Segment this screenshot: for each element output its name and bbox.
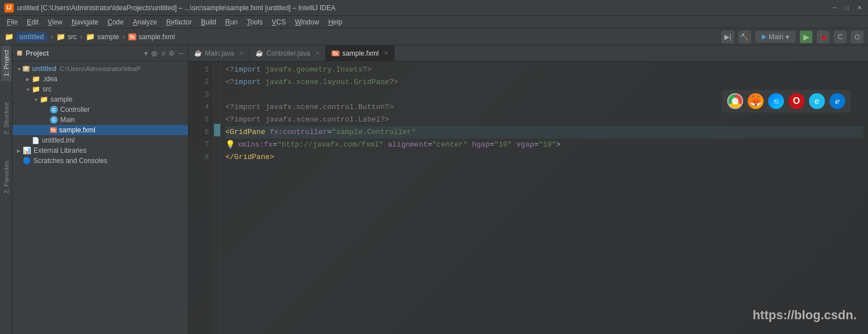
window-title: untitled [C:\Users\Administrator\IdeaPro…: [17, 4, 831, 12]
menu-view[interactable]: View: [43, 17, 67, 27]
tag-gridpane-close: </GridPane>: [225, 151, 274, 164]
attr-eq-1: =: [327, 126, 332, 139]
tab-main-java[interactable]: ☕ Main.java ✕: [188, 45, 250, 61]
browser-icons-panel: 🦊 ⎋ O e ℯ: [722, 90, 851, 112]
side-tab-favorites[interactable]: 2: Favorites: [1, 156, 11, 198]
menu-vcs[interactable]: VCS: [267, 17, 291, 27]
sample-folder-icon-tree: 📁: [40, 95, 48, 103]
project-sync-icon[interactable]: ⊕: [151, 49, 158, 58]
pi-value-4: javafx.scene.control.Button: [261, 101, 384, 114]
run-to-cursor-button[interactable]: ▶|: [722, 31, 734, 43]
editor-tab-bar: ☕ Main.java ✕ ☕ Controller.java ✕ fx sam…: [188, 45, 868, 61]
menu-build[interactable]: Build: [196, 17, 221, 27]
minimize-button[interactable]: ─: [831, 4, 838, 12]
run-config-dropdown-icon: ▾: [786, 33, 789, 41]
chrome-icon[interactable]: [727, 93, 743, 109]
src-folder-icon: 📁: [56, 32, 65, 41]
edge-icon[interactable]: ℯ: [829, 93, 845, 109]
line-num-1: 1: [188, 64, 209, 76]
attr-alignment-name: alignment: [383, 139, 427, 151]
side-tab-structure[interactable]: 2: Structure: [1, 98, 11, 139]
breadcrumb-src[interactable]: 📁 src: [56, 32, 77, 41]
editor-content[interactable]: 1 2 3 4 5 6 7 8: [188, 61, 868, 334]
tab-controller-java-icon: ☕: [255, 49, 263, 57]
tree-item-root[interactable]: ▾ P untitled C:\Users\Administrator\Idea…: [12, 64, 188, 74]
breadcrumb-project[interactable]: 📁 untitled: [5, 32, 47, 42]
side-tab-project[interactable]: 1: Project: [1, 45, 11, 81]
pi-keyword-2: import: [234, 76, 261, 89]
tab-sample-fxml[interactable]: fx sample.fxml ✕: [326, 45, 395, 61]
maximize-button[interactable]: □: [843, 4, 851, 12]
breadcrumb-sep-1: ›: [51, 33, 53, 41]
tab-sample-fxml-close[interactable]: ✕: [384, 50, 388, 56]
tree-item-sample[interactable]: ▾ 📁 sample: [12, 94, 188, 105]
menu-edit[interactable]: Edit: [22, 17, 43, 27]
ie-icon[interactable]: e: [809, 93, 825, 109]
tab-main-java-icon: ☕: [194, 49, 202, 57]
breadcrumb-fxml[interactable]: fx sample.fxml: [128, 33, 175, 41]
project-dropdown-icon[interactable]: ▾: [144, 49, 148, 57]
coverage-button[interactable]: ⌬: [851, 31, 863, 43]
tab-main-java-label: Main.java: [205, 49, 234, 57]
close-button[interactable]: ✕: [856, 4, 863, 12]
root-project-icon: P: [23, 66, 30, 72]
tree-item-main[interactable]: C Main: [12, 115, 188, 125]
run-config-selector[interactable]: ▶ Main ▾: [756, 31, 795, 43]
main-class-icon: C: [50, 116, 58, 124]
nav-bar: 📁 untitled › 📁 src › 📁 sample › fx sampl…: [0, 28, 868, 45]
back-button[interactable]: 🔨: [739, 31, 751, 43]
project-collapse-icon[interactable]: ≡: [161, 49, 165, 57]
code-line-5: <?import javafx.scene.control.Label?>: [225, 114, 863, 126]
tree-item-iml[interactable]: 📄 untitled.iml: [12, 135, 188, 145]
menu-navigate[interactable]: Navigate: [67, 17, 103, 27]
menu-code[interactable]: Code: [103, 17, 128, 27]
tree-item-sample-fxml[interactable]: fx sample.fxml: [12, 125, 188, 135]
menu-window[interactable]: Window: [290, 17, 324, 27]
tab-controller-java-close[interactable]: ✕: [315, 50, 320, 56]
breadcrumb-sample[interactable]: 📁 sample: [86, 32, 119, 41]
tag-gridpane-open: <GridPane: [225, 126, 265, 139]
line-num-2: 2: [188, 76, 209, 89]
tree-item-controller[interactable]: C Controller: [12, 105, 188, 115]
opera-icon[interactable]: O: [789, 93, 804, 109]
attr-xmlns-fx-name: xmlns:fx: [237, 139, 272, 151]
tree-label-scratches: Scratches and Consoles: [33, 157, 107, 165]
tree-item-idea[interactable]: ► 📁 .idea: [12, 74, 188, 84]
breadcrumb-sep-2: ›: [80, 33, 82, 41]
pi-start-5: <?: [225, 114, 234, 126]
run-config-label: Main: [769, 33, 783, 41]
debug-button[interactable]: 🐞: [817, 31, 829, 43]
breadcrumb-fxml-label: sample.fxml: [139, 33, 175, 41]
tree-label-iml: untitled.iml: [42, 136, 74, 144]
tree-item-src[interactable]: ▾ 📁 src: [12, 84, 188, 94]
tree-arrow-root: ▾: [15, 66, 23, 72]
menu-help[interactable]: Help: [324, 17, 347, 27]
project-panel-title: Project: [26, 49, 141, 57]
tab-main-java-close[interactable]: ✕: [239, 50, 244, 56]
pi-value-1: javafx.geometry.Insets: [261, 64, 362, 76]
line-num-4: 4: [188, 101, 209, 114]
bulb-icon[interactable]: 💡: [225, 139, 235, 151]
firefox-icon[interactable]: 🦊: [748, 93, 764, 109]
gutter-area: [214, 61, 221, 334]
idea-folder-icon: 📁: [32, 75, 40, 83]
menu-file[interactable]: File: [2, 17, 22, 27]
menu-refactor[interactable]: Refactor: [162, 17, 196, 27]
menu-run[interactable]: Run: [221, 17, 242, 27]
breadcrumb-project-label[interactable]: untitled: [16, 32, 47, 42]
tree-label-ext-libs: External Libraries: [33, 147, 86, 155]
tab-controller-java[interactable]: ☕ Controller.java ✕: [250, 45, 326, 61]
tree-label-sample: sample: [51, 95, 73, 103]
pi-start-4: <?: [225, 101, 234, 114]
profile-button[interactable]: C: [834, 31, 846, 43]
safari-icon[interactable]: ⎋: [768, 93, 784, 109]
project-close-icon[interactable]: ─: [178, 49, 183, 57]
pi-keyword-4: import: [234, 101, 261, 114]
tree-item-scratches[interactable]: 🔵 Scratches and Consoles: [12, 156, 188, 166]
tab-controller-java-label: Controller.java: [266, 49, 310, 57]
tree-item-ext-libs[interactable]: ► 📊 External Libraries: [12, 145, 188, 156]
run-button[interactable]: ▶: [800, 31, 812, 43]
project-settings-icon[interactable]: ⚙: [169, 49, 175, 57]
menu-tools[interactable]: Tools: [242, 17, 267, 27]
menu-analyze[interactable]: Analyze: [128, 17, 162, 27]
